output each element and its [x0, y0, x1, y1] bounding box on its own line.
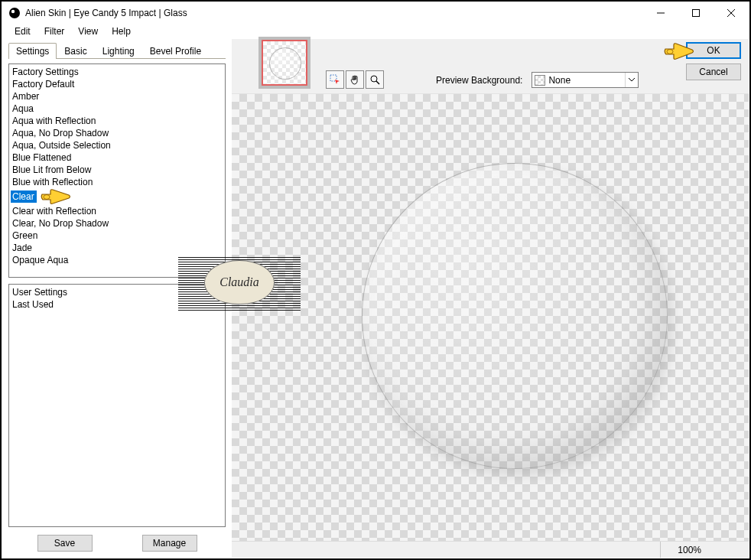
window-title: Alien Skin | Eye Candy 5 Impact | Glass	[25, 8, 643, 18]
list-item[interactable]: Aqua, No Drop Shadow	[11, 127, 110, 139]
list-item[interactable]: Jade	[11, 242, 34, 254]
preview-bg-select[interactable]: None	[532, 72, 639, 88]
list-item[interactable]: Green	[11, 230, 39, 242]
app-icon	[8, 7, 21, 19]
list-item[interactable]: Amber	[11, 90, 41, 103]
preview-bg-label: Preview Background:	[436, 75, 522, 86]
left-panel: Settings Basic Lighting Bevel Profile Fa…	[2, 39, 232, 558]
chevron-down-icon	[625, 73, 638, 87]
list-item[interactable]: Clear with Reflection	[11, 205, 98, 217]
list-item[interactable]: Aqua, Outside Selection	[11, 139, 112, 151]
preview-canvas[interactable]	[232, 94, 749, 541]
menubar: Edit Filter View Help	[2, 24, 749, 39]
menu-filter[interactable]: Filter	[38, 24, 71, 38]
maximize-button[interactable]	[678, 2, 714, 24]
preview-bg-value: None	[548, 75, 571, 86]
menu-help[interactable]: Help	[106, 24, 137, 38]
list-item[interactable]: Last Used	[11, 298, 223, 311]
tab-bevel-profile[interactable]: Bevel Profile	[142, 43, 209, 59]
main-content: Settings Basic Lighting Bevel Profile Fa…	[2, 39, 749, 558]
close-button[interactable]	[714, 2, 749, 24]
factory-settings-list[interactable]: Factory Settings Factory DefaultAmberAqu…	[8, 63, 226, 278]
svg-point-1	[11, 10, 15, 13]
preview-toolbar: Preview Background: None OK Cancel	[232, 39, 749, 94]
list-item[interactable]: Blue with Reflection	[11, 176, 94, 188]
factory-settings-header: Factory Settings	[11, 66, 223, 78]
menu-edit[interactable]: Edit	[8, 24, 37, 38]
status-bar: 100%	[232, 541, 749, 558]
tool-hand-icon[interactable]	[346, 70, 364, 89]
list-item[interactable]: Clear	[11, 190, 37, 203]
user-settings-list[interactable]: User Settings Last Used	[8, 284, 226, 527]
list-item[interactable]: Factory Default	[11, 78, 76, 90]
list-item[interactable]: Blue Lit from Below	[11, 164, 93, 176]
tab-settings[interactable]: Settings	[8, 43, 57, 59]
settings-tabs: Settings Basic Lighting Bevel Profile	[8, 42, 226, 59]
pointer-icon	[40, 188, 72, 205]
list-item[interactable]: Opaque Aqua	[11, 254, 70, 266]
svg-rect-3	[693, 10, 700, 17]
list-item[interactable]: Clear, No Drop Shadow	[11, 217, 110, 230]
preview-thumbnail[interactable]	[258, 37, 310, 89]
tool-zoom-icon[interactable]	[366, 70, 384, 89]
list-item[interactable]: Aqua with Reflection	[11, 115, 97, 127]
user-settings-header: User Settings	[11, 286, 223, 298]
svg-point-8	[371, 76, 377, 82]
menu-view[interactable]: View	[72, 24, 104, 38]
tool-select-icon[interactable]	[326, 70, 344, 89]
cancel-button[interactable]: Cancel	[686, 63, 741, 80]
minimize-button[interactable]	[643, 2, 678, 24]
save-button[interactable]: Save	[37, 535, 93, 552]
list-item[interactable]: Aqua	[11, 103, 35, 115]
svg-line-9	[376, 81, 379, 84]
tab-basic[interactable]: Basic	[57, 43, 94, 59]
right-panel: Preview Background: None OK Cancel	[232, 39, 749, 558]
glass-effect-preview	[362, 163, 668, 469]
swatch-icon	[535, 75, 545, 86]
manage-button[interactable]: Manage	[142, 535, 197, 552]
titlebar: Alien Skin | Eye Candy 5 Impact | Glass	[2, 2, 749, 24]
list-item[interactable]: Blue Flattened	[11, 151, 73, 164]
zoom-level: 100%	[660, 542, 718, 558]
app-window: Alien Skin | Eye Candy 5 Impact | Glass …	[2, 2, 749, 558]
tab-lighting[interactable]: Lighting	[95, 43, 142, 59]
pointer-icon	[663, 41, 695, 61]
svg-point-0	[9, 8, 20, 18]
